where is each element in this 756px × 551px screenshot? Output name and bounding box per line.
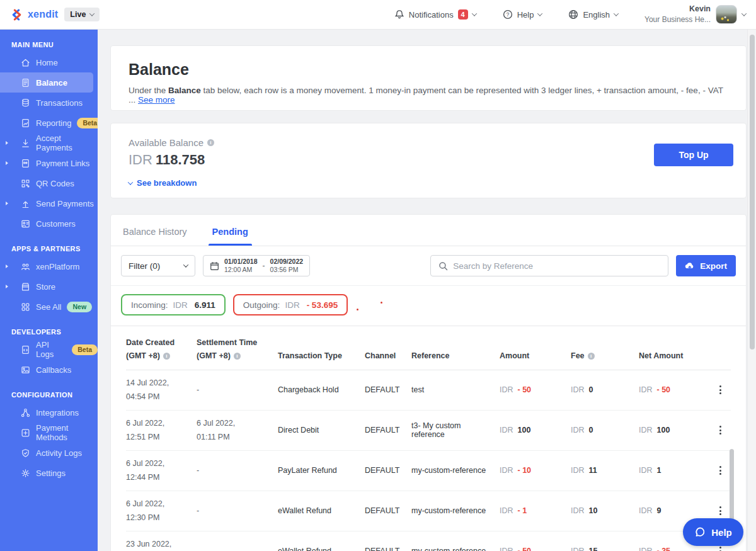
chevron-down-icon — [537, 11, 542, 16]
transaction-type-cell: Chargeback Hold — [278, 385, 365, 394]
sidebar-item-activity-logs[interactable]: Activity Logs — [0, 443, 98, 463]
date-range-start: 01/01/2018 12:00 AM — [224, 258, 258, 274]
column-header: Net Amount — [639, 338, 708, 361]
sidebar-section-title: CONFIGURATION — [0, 380, 98, 402]
date-range-picker[interactable]: 01/01/2018 12:00 AM - 02/09/2022 03:56 P… — [203, 255, 310, 276]
money-value: IDR11 — [571, 466, 639, 475]
brand: xendit — [10, 8, 58, 21]
sidebar-item-qr-codes[interactable]: QR Codes — [0, 173, 98, 193]
sidebar-item-settings[interactable]: Settings — [0, 463, 98, 483]
language-menu[interactable]: English — [568, 9, 618, 20]
help-menu[interactable]: ? Help — [503, 9, 542, 20]
money-value: IDR15 — [571, 547, 639, 551]
transaction-type-cell: eWallet Refund — [278, 506, 365, 515]
row-menu-button[interactable] — [708, 463, 732, 477]
sidebar-item-accept-payments[interactable]: Accept Payments — [0, 133, 98, 153]
search-input[interactable] — [453, 261, 660, 271]
row-menu-button[interactable] — [708, 423, 732, 437]
annotation-dot — [357, 309, 358, 310]
reference-cell: my-custom-reference — [411, 466, 500, 475]
sidebar-section-title: APPS & PARTNERS — [0, 234, 98, 256]
table-row: 6 Jul 2022,12:30 PM-eWallet RefundDEFAUL… — [126, 491, 731, 531]
avatar[interactable] — [716, 5, 737, 24]
sidebar-item-api-logs[interactable]: API LogsBeta — [0, 339, 98, 360]
accept-payments-icon — [21, 139, 30, 148]
money-value: IDR1 — [639, 466, 708, 475]
sidebar-item-payment-methods[interactable]: Payment Methods — [0, 423, 98, 443]
cloud-upload-icon — [685, 261, 695, 270]
beta-badge: Beta — [77, 118, 98, 128]
sidebar-item-callbacks[interactable]: Callbacks — [0, 360, 98, 380]
sidebar-item-see-all[interactable]: See AllNew — [0, 297, 98, 317]
help-floating-button[interactable]: Help — [683, 518, 743, 546]
sidebar-item-label: See All — [36, 302, 61, 312]
export-button[interactable]: Export — [676, 255, 736, 276]
sidebar-item-reporting[interactable]: ReportingBeta — [0, 113, 98, 133]
column-header: Channel — [365, 338, 411, 361]
search-field[interactable] — [430, 255, 668, 276]
sidebar-item-label: xenPlatform — [36, 262, 79, 271]
available-balance-card: Available Balance i IDR118.758 See break… — [110, 123, 747, 198]
settlement-time-cell: - — [197, 383, 278, 397]
notifications-label: Notifications — [409, 10, 454, 20]
brand-name: xendit — [28, 9, 58, 20]
column-header: Settlement Time(GMT +8)i — [197, 338, 278, 361]
sidebar-item-balance[interactable]: Balance — [0, 72, 93, 93]
channel-cell: DEFAULT — [365, 385, 411, 394]
chevron-down-icon — [128, 179, 133, 185]
page-scrollbar-thumb[interactable] — [750, 35, 755, 349]
sidebar-item-label: Balance — [36, 78, 67, 88]
top-bar: xendit Live Notifications 4 ? Help — [0, 0, 756, 30]
date-created-cell: 6 Jul 2022,12:51 PM — [126, 416, 197, 445]
user-menu[interactable]: Kevin Your Business He... — [644, 4, 746, 25]
money-value: IDR9 — [639, 506, 708, 515]
table-body: 14 Jul 2022,04:54 PM-Chargeback HoldDEFA… — [126, 370, 731, 551]
transaction-type-cell: PayLater Refund — [278, 466, 365, 475]
info-icon[interactable]: i — [588, 353, 595, 360]
see-more-link[interactable]: See more — [138, 95, 175, 105]
sidebar-item-integrations[interactable]: Integrations — [0, 402, 98, 423]
qr-codes-icon — [21, 179, 30, 188]
bell-icon — [394, 9, 404, 20]
sidebar-item-label: Customers — [36, 219, 76, 229]
table-row: 6 Jul 2022,12:44 PM-PayLater RefundDEFAU… — [126, 451, 731, 491]
row-menu-button[interactable] — [708, 504, 732, 518]
row-menu-button[interactable] — [708, 383, 732, 397]
column-header: Transaction Type — [278, 338, 365, 361]
tab-balance-history[interactable]: Balance History — [119, 227, 191, 246]
store-icon — [21, 282, 30, 292]
page-scrollbar[interactable] — [747, 30, 756, 551]
environment-selector[interactable]: Live — [64, 8, 100, 21]
calendar-icon — [210, 261, 219, 271]
notifications-menu[interactable]: Notifications 4 — [394, 9, 476, 20]
integrations-icon — [21, 408, 30, 418]
sidebar-item-send-payments[interactable]: Send Payments — [0, 193, 98, 213]
sidebar-item-payment-links[interactable]: Payment Links — [0, 153, 98, 173]
user-business-name: Your Business He... — [644, 14, 711, 25]
sidebar-item-customers[interactable]: Customers — [0, 213, 98, 234]
sidebar-item-label: API Logs — [36, 340, 66, 359]
sidebar-item-store[interactable]: Store — [0, 276, 98, 297]
channel-cell: DEFAULT — [365, 426, 411, 435]
filter-dropdown[interactable]: Filter (0) — [121, 255, 195, 276]
info-icon[interactable]: i — [163, 353, 170, 360]
tab-pending[interactable]: Pending — [209, 227, 252, 246]
sidebar-item-home[interactable]: Home — [0, 52, 98, 72]
reporting-icon — [21, 118, 30, 128]
caret-right-icon — [6, 285, 8, 288]
environment-label: Live — [70, 10, 86, 19]
info-icon[interactable]: i — [234, 353, 241, 360]
activity-logs-icon — [21, 448, 30, 458]
see-breakdown-link[interactable]: See breakdown — [129, 178, 728, 188]
incoming-total-pill: Incoming: IDR 6.911 — [121, 294, 226, 315]
info-icon[interactable]: i — [207, 139, 214, 146]
top-up-button[interactable]: Top Up — [654, 144, 733, 166]
sidebar-item-xenplatform[interactable]: xenPlatform — [0, 256, 98, 276]
sidebar-item-label: Home — [36, 58, 58, 67]
sidebar-item-transactions[interactable]: Transactions — [0, 93, 98, 113]
main-content: Balance Under the Balance tab below, eac… — [98, 30, 756, 551]
payment-methods-icon — [21, 428, 30, 438]
money-value: IDR100 — [639, 426, 708, 435]
sidebar-item-label: Store — [36, 282, 55, 292]
sidebar-item-label: Callbacks — [36, 365, 71, 375]
